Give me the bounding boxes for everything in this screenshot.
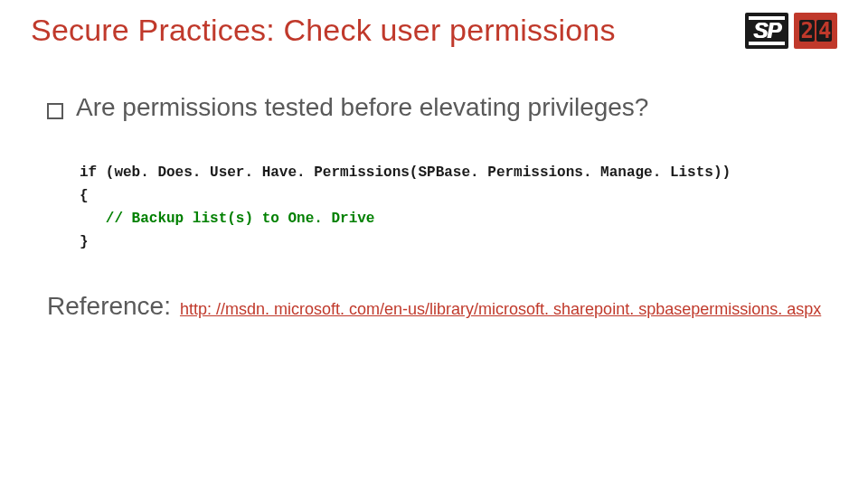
slide: Secure Practices: Check user permissions…: [0, 0, 868, 488]
reference-row: Reference: http: //msdn. microsoft. com/…: [47, 292, 837, 321]
code-line-4: }: [80, 234, 89, 250]
code-line-1-rest: (web. Does. User. Have. Permissions(SPBa…: [97, 164, 731, 181]
logo-digit-4: 4: [816, 20, 832, 42]
logo-24-box: 24: [794, 13, 837, 49]
slide-title: Secure Practices: Check user permissions: [31, 13, 837, 48]
body-area: Are permissions tested before elevating …: [31, 93, 837, 321]
code-line-1-keyword: if: [80, 164, 97, 181]
code-line-2: {: [80, 188, 89, 204]
sp24-logo: SP 24: [745, 13, 837, 49]
checkbox-bullet-icon: [47, 103, 63, 119]
logo-sp-text: SP: [753, 18, 780, 43]
logo-digit-2: 2: [799, 20, 815, 42]
reference-label: Reference:: [47, 292, 171, 321]
code-line-3-comment: // Backup list(s) to One. Drive: [80, 211, 374, 227]
reference-link[interactable]: http: //msdn. microsoft. com/en-us/libra…: [180, 300, 821, 319]
code-block: if (web. Does. User. Have. Permissions(S…: [80, 162, 837, 254]
logo-sp-box: SP: [745, 13, 788, 49]
bullet-row: Are permissions tested before elevating …: [47, 93, 837, 122]
bullet-text: Are permissions tested before elevating …: [76, 93, 648, 122]
